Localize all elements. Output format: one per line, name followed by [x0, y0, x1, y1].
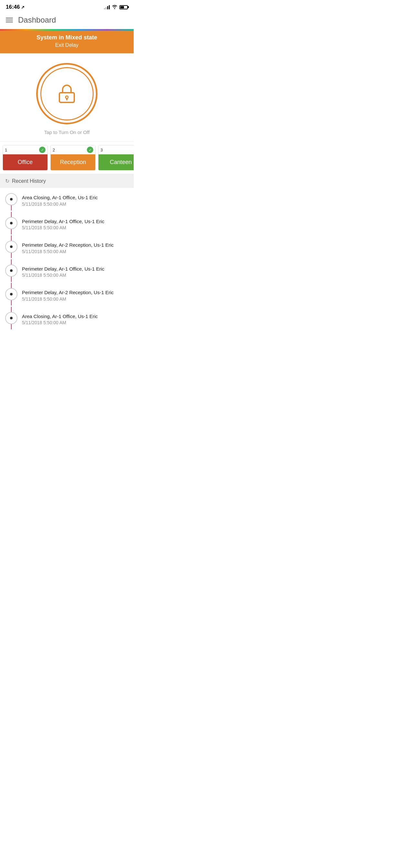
- lock-outer-ring[interactable]: [36, 63, 97, 124]
- wifi-icon: [112, 4, 118, 10]
- history-list: Area Closing, Ar-1 Office, Us-1 Eric 5/1…: [0, 188, 134, 330]
- history-content: Perimeter Delay, Ar-2 Reception, Us-1 Er…: [22, 288, 128, 302]
- page-title: Dashboard: [18, 16, 56, 25]
- timeline-wrapper: [5, 288, 18, 300]
- history-item: Perimeter Delay, Ar-1 Office, Us-1 Eric …: [5, 259, 128, 283]
- history-title: Recent History: [12, 178, 46, 184]
- history-item: Area Closing, Ar-1 Office, Us-1 Eric 5/1…: [5, 188, 128, 212]
- banner-title: System in Mixed state: [6, 34, 127, 41]
- area-card[interactable]: 3 ✓ Canteen: [98, 145, 134, 170]
- timeline-dot-inner: [10, 222, 12, 224]
- history-event: Perimeter Delay, Ar-1 Office, Us-1 Eric: [22, 218, 128, 225]
- history-item: Area Closing, Ar-1 Office, Us-1 Eric 5/1…: [5, 307, 128, 331]
- history-event: Area Closing, Ar-1 Office, Us-1 Eric: [22, 313, 128, 320]
- area-card[interactable]: 1 ✓ Office: [3, 145, 48, 170]
- area-number: 2: [53, 148, 55, 152]
- history-event: Perimeter Delay, Ar-2 Reception, Us-1 Er…: [22, 289, 128, 296]
- timeline-dot: [5, 312, 18, 324]
- timeline-dot: [5, 241, 18, 253]
- history-time: 5/11/2018 5:50:00 AM: [22, 249, 128, 254]
- area-card[interactable]: 2 ✓ Reception: [50, 145, 96, 170]
- header: Dashboard: [0, 12, 134, 29]
- timeline-wrapper: [5, 217, 18, 229]
- history-time: 5/11/2018 5:50:00 AM: [22, 202, 128, 207]
- history-header: ↻ Recent History: [0, 174, 134, 188]
- area-number-row: 2 ✓: [51, 145, 95, 154]
- history-time: 5/11/2018 5:50:00 AM: [22, 297, 128, 302]
- history-item: Perimeter Delay, Ar-1 Office, Us-1 Eric …: [5, 212, 128, 236]
- timeline-dot: [5, 265, 18, 277]
- history-event: Area Closing, Ar-1 Office, Us-1 Eric: [22, 194, 128, 201]
- timeline-dot-inner: [10, 317, 12, 319]
- lock-inner-ring[interactable]: [40, 67, 94, 120]
- battery-icon: [120, 5, 128, 9]
- timeline-dot-inner: [10, 198, 12, 200]
- history-event: Perimeter Delay, Ar-2 Reception, Us-1 Er…: [22, 242, 128, 248]
- area-name: Office: [3, 154, 48, 170]
- timeline-wrapper: [5, 241, 18, 253]
- area-number: 1: [5, 148, 7, 152]
- history-icon: ↻: [5, 178, 9, 184]
- timeline-dot: [5, 288, 18, 300]
- svg-rect-0: [59, 93, 74, 102]
- area-name: Reception: [51, 154, 95, 170]
- history-content: Perimeter Delay, Ar-1 Office, Us-1 Eric …: [22, 217, 128, 230]
- status-bar: 16:46 ↗: [0, 0, 134, 12]
- location-icon: ↗: [21, 5, 25, 10]
- history-time: 5/11/2018 5:50:00 AM: [22, 273, 128, 278]
- lock-icon: [56, 82, 78, 105]
- timeline-wrapper: [5, 312, 18, 324]
- timeline-dot-inner: [10, 245, 12, 248]
- history-content: Perimeter Delay, Ar-1 Office, Us-1 Eric …: [22, 265, 128, 278]
- timeline-dot-inner: [10, 269, 12, 272]
- area-check-icon: ✓: [39, 147, 45, 153]
- banner-subtitle: Exit Delay: [6, 42, 127, 48]
- area-name: Canteen: [98, 154, 134, 170]
- signal-icon: [104, 5, 110, 9]
- status-icons: [104, 4, 128, 10]
- history-content: Area Closing, Ar-1 Office, Us-1 Eric 5/1…: [22, 193, 128, 207]
- svg-point-1: [66, 96, 68, 98]
- timeline-dot-inner: [10, 293, 12, 296]
- history-content: Perimeter Delay, Ar-2 Reception, Us-1 Er…: [22, 241, 128, 254]
- history-content: Area Closing, Ar-1 Office, Us-1 Eric 5/1…: [22, 312, 128, 326]
- timeline-wrapper: [5, 265, 18, 277]
- area-check-icon: ✓: [87, 147, 93, 153]
- history-item: Perimeter Delay, Ar-2 Reception, Us-1 Er…: [5, 236, 128, 259]
- history-time: 5/11/2018 5:50:00 AM: [22, 225, 128, 230]
- area-number: 3: [100, 148, 103, 152]
- timeline-dot: [5, 193, 18, 206]
- history-item: Perimeter Delay, Ar-2 Reception, Us-1 Er…: [5, 283, 128, 307]
- timeline-wrapper: [5, 193, 18, 206]
- timeline-dot: [5, 217, 18, 229]
- area-number-row: 1 ✓: [3, 145, 48, 154]
- lock-section[interactable]: Tap to Turn On or Off: [0, 53, 134, 142]
- areas-container: 1 ✓ Office 2 ✓ Reception 3 ✓ Canteen 4 ✓…: [0, 142, 134, 174]
- status-time: 16:46 ↗: [6, 4, 25, 10]
- history-time: 5/11/2018 5:50:00 AM: [22, 320, 128, 325]
- area-number-row: 3 ✓: [98, 145, 134, 154]
- svg-rect-2: [66, 98, 67, 100]
- menu-button[interactable]: [6, 18, 13, 22]
- lock-label: Tap to Turn On or Off: [44, 129, 90, 135]
- system-status-banner: System in Mixed state Exit Delay: [0, 29, 134, 53]
- history-event: Perimeter Delay, Ar-1 Office, Us-1 Eric: [22, 266, 128, 272]
